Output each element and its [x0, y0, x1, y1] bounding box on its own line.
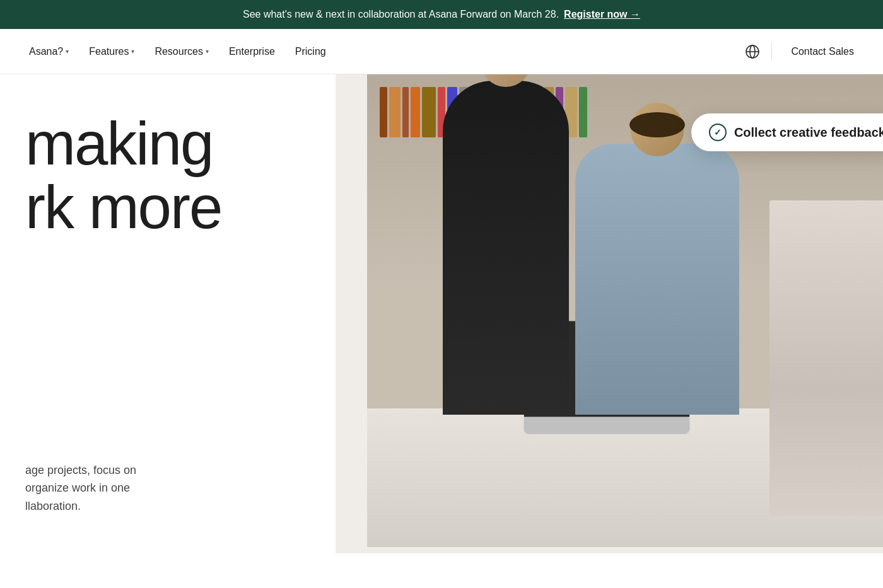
hero-section: making rk more age projects, focus on or…: [0, 74, 883, 553]
hero-subtext-line2: organize work in one: [25, 481, 130, 494]
contact-sales-link[interactable]: Contact Sales: [782, 41, 863, 62]
nav-divider: [771, 43, 772, 61]
feedback-tooltip: Collect creative feedback: [691, 113, 883, 151]
person-sitting: [575, 144, 739, 415]
nav-right: Contact Sales: [744, 41, 863, 62]
nav-item-pricing[interactable]: Pricing: [286, 41, 335, 62]
person-sitting-hair: [629, 112, 685, 137]
announcement-banner: See what's new & next in collaboration a…: [0, 0, 883, 29]
hero-headline-line2: rk more: [25, 173, 221, 241]
banner-cta[interactable]: Register now →: [564, 9, 640, 20]
nav-label-enterprise: Enterprise: [229, 46, 275, 57]
nav-label-features: Features: [89, 46, 129, 57]
nav-label-resources: Resources: [155, 46, 202, 57]
nav-item-asana[interactable]: Asana? ▾: [20, 41, 78, 62]
feedback-label: Collect creative feedback: [734, 125, 883, 140]
person-standing: [443, 81, 569, 415]
nav-item-enterprise[interactable]: Enterprise: [220, 41, 284, 62]
nav-item-resources[interactable]: Resources ▾: [146, 41, 217, 62]
chevron-down-icon: ▾: [206, 48, 209, 55]
nav-label-pricing: Pricing: [295, 46, 326, 57]
check-icon: [709, 124, 727, 141]
nav-label-asana: Asana?: [29, 46, 63, 57]
nav-left: Asana? ▾ Features ▾ Resources ▾ Enterpri…: [20, 41, 335, 62]
person-standing-head: [481, 74, 531, 87]
hero-subtext: age projects, focus on organize work in …: [25, 461, 240, 516]
chevron-down-icon: ▾: [66, 48, 69, 55]
hero-right: Collect creative feedback: [336, 74, 883, 553]
nav-item-features[interactable]: Features ▾: [80, 41, 143, 62]
hero-headline-line1: making: [25, 110, 213, 177]
hero-subtext-line3: llaboration.: [25, 500, 81, 512]
navbar: Asana? ▾ Features ▾ Resources ▾ Enterpri…: [0, 29, 883, 74]
globe-icon[interactable]: [744, 43, 761, 61]
hero-subtext-line1: age projects, focus on: [25, 464, 136, 476]
hero-secondary-image: [769, 200, 883, 516]
chevron-down-icon: ▾: [131, 48, 134, 55]
banner-text: See what's new & next in collaboration a…: [243, 9, 559, 20]
